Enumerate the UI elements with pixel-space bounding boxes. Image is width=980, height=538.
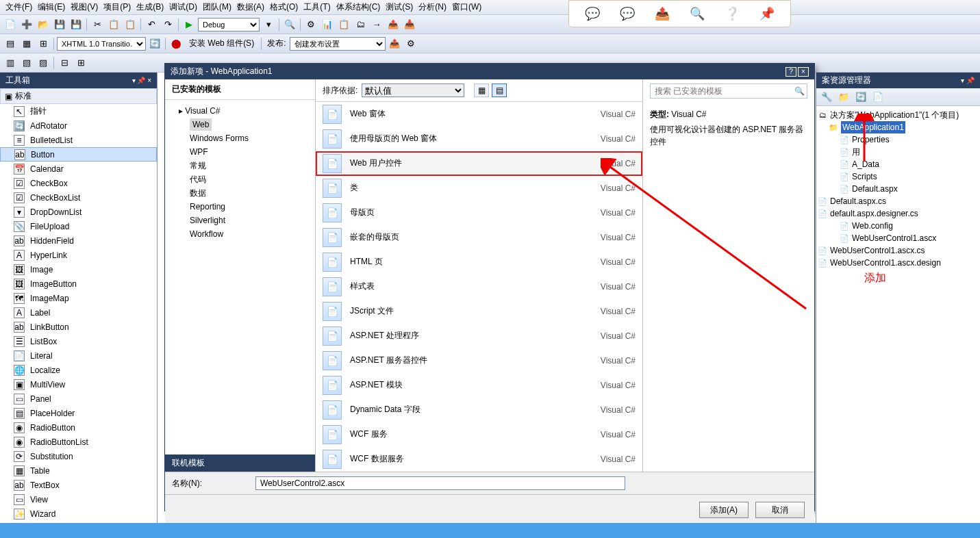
refresh-icon[interactable]: 🔄: [853, 90, 868, 105]
search-icon[interactable]: 🔍: [792, 84, 807, 98]
export-icon[interactable]: 📤: [653, 5, 671, 23]
menu-item[interactable]: 分析(N): [416, 0, 449, 14]
layout-icon[interactable]: ▨: [36, 55, 51, 71]
tree-node[interactable]: 📄Properties: [818, 133, 979, 146]
toolbox-item[interactable]: 🗺ImageMap: [0, 291, 157, 305]
properties-icon[interactable]: 🔧: [819, 90, 834, 105]
tree-node[interactable]: WPF: [171, 145, 310, 159]
tree-node[interactable]: 📄Scripts: [818, 170, 979, 183]
save-icon[interactable]: 💾: [52, 17, 67, 32]
new-project-icon[interactable]: 📄: [3, 17, 18, 32]
tree-node[interactable]: 📄WebUserControl1.ascx.cs: [818, 244, 979, 257]
tree-node[interactable]: 📄WebUserControl1.ascx: [818, 232, 979, 244]
tree-node[interactable]: ▸ Visual C#: [171, 104, 310, 118]
element-icon[interactable]: ▤: [3, 36, 18, 51]
template-item[interactable]: 📄嵌套的母版页Visual C#: [316, 225, 642, 250]
toolbox-group-header[interactable]: ▣ 标准: [0, 88, 157, 104]
show-all-icon[interactable]: 📁: [836, 90, 851, 105]
misc-icon[interactable]: 📋: [336, 17, 351, 32]
tree-node[interactable]: Workflow: [171, 227, 310, 241]
add-item-icon[interactable]: ➕: [19, 17, 34, 32]
help-button[interactable]: ?: [786, 67, 796, 77]
menu-item[interactable]: 团队(M): [200, 0, 234, 14]
start-debug-icon[interactable]: ▶: [181, 17, 197, 32]
toolbox-item[interactable]: ▾DropDownList: [0, 205, 157, 219]
misc-icon[interactable]: →: [369, 17, 384, 32]
bubble-yellow-icon[interactable]: 💬: [583, 5, 601, 23]
tree-node[interactable]: 📄Default.aspx: [818, 183, 979, 195]
project-node[interactable]: 📁WebApplication1: [818, 121, 979, 133]
close-button[interactable]: ×: [798, 67, 809, 77]
toolbox-item[interactable]: ☑CheckBoxList: [0, 190, 157, 205]
tree-node[interactable]: 📄default.aspx.designer.cs: [818, 207, 979, 220]
misc-icon[interactable]: 📤: [386, 17, 401, 32]
solution-root[interactable]: 🗂决方案"WebApplication1"(1 个项目): [818, 109, 979, 121]
tree-node[interactable]: 📄Web.config: [818, 220, 979, 232]
toolbox-item[interactable]: ▣MultiView: [0, 377, 157, 392]
menu-item[interactable]: 项目(P): [101, 0, 134, 14]
undo-icon[interactable]: ↶: [144, 17, 159, 32]
publish-settings-icon[interactable]: ⚙: [403, 36, 418, 51]
menu-item[interactable]: 编辑(E): [35, 0, 68, 14]
tree-node[interactable]: 常规: [171, 159, 310, 172]
dropdown-icon[interactable]: ▾: [261, 17, 276, 32]
menu-item[interactable]: 测试(S): [383, 0, 416, 14]
layout-icon[interactable]: ▧: [19, 55, 34, 71]
template-item[interactable]: 📄样式表Visual C#: [316, 274, 642, 299]
tree-node[interactable]: Reporting: [171, 200, 310, 214]
open-icon[interactable]: 📂: [36, 17, 51, 32]
template-item[interactable]: 📄ASP.NET 处理程序Visual C#: [316, 324, 642, 348]
toolbox-item[interactable]: 📎FileUpload: [0, 219, 157, 233]
layout-icon[interactable]: ⊞: [73, 55, 88, 71]
refresh-icon[interactable]: 🔄: [147, 36, 162, 51]
pin-icon[interactable]: ▾ 📌: [961, 77, 975, 84]
template-item[interactable]: 📄类Visual C#: [316, 176, 642, 201]
view-small-icon[interactable]: ▦: [474, 84, 489, 97]
redo-icon[interactable]: ↷: [160, 17, 175, 32]
tree-node[interactable]: 数据: [171, 186, 310, 200]
online-templates-section[interactable]: 联机模板: [165, 454, 315, 472]
menu-item[interactable]: 文件(F): [3, 0, 35, 14]
menu-item[interactable]: 数据(A): [234, 0, 267, 14]
element-icon[interactable]: ▦: [19, 36, 34, 51]
template-item[interactable]: 📄Dynamic Data 字段Visual C#: [316, 398, 642, 422]
toolbox-item[interactable]: abHiddenField: [0, 233, 157, 248]
tree-node[interactable]: Windows Forms: [171, 131, 310, 145]
template-item[interactable]: 📄JScript 文件Visual C#: [316, 299, 642, 324]
toolbox-item[interactable]: 🌐Localize: [0, 363, 157, 377]
toolbox-item[interactable]: ▤PlaceHolder: [0, 406, 157, 420]
template-item[interactable]: 📄Web 用户控件Visual C#: [316, 151, 642, 176]
template-item[interactable]: 📄ASP.NET 服务器控件Visual C#: [316, 348, 642, 373]
toolbox-item[interactable]: ☑CheckBox: [0, 176, 157, 190]
tree-node[interactable]: Silverlight: [171, 214, 310, 227]
zoom-icon[interactable]: 🔍: [688, 5, 706, 23]
toolbox-item[interactable]: ☰ListBox: [0, 334, 157, 348]
doctype-combo[interactable]: XHTML 1.0 Transitio…: [57, 37, 146, 51]
misc-icon[interactable]: 📊: [320, 17, 335, 32]
tree-node[interactable]: 📄A_Data: [818, 158, 979, 170]
stop-icon[interactable]: ⬤: [168, 36, 184, 51]
help-icon[interactable]: ❔: [723, 5, 741, 23]
toolbox-item[interactable]: ALabel: [0, 305, 157, 320]
toolbox-item[interactable]: ▭Panel: [0, 392, 157, 406]
tree-node[interactable]: Web: [171, 118, 310, 131]
install-web-label[interactable]: 安装 Web 组件(S): [185, 38, 258, 49]
tree-node[interactable]: 📄Default.aspx.cs: [818, 195, 979, 207]
view-code-icon[interactable]: 📄: [870, 90, 885, 105]
toolbox-item[interactable]: abButton: [0, 147, 157, 162]
template-item[interactable]: 📄WCF 数据服务Visual C#: [316, 447, 642, 472]
name-input[interactable]: [255, 476, 625, 490]
find-icon[interactable]: 🔍: [282, 17, 297, 32]
tree-node[interactable]: 📄用: [818, 146, 979, 158]
toolbox-item[interactable]: ⟳Substitution: [0, 449, 157, 463]
toolbox-item[interactable]: ↖指针: [0, 104, 157, 118]
toolbox-item[interactable]: ≡BulletedList: [0, 133, 157, 147]
pin-icon[interactable]: 📌: [758, 5, 776, 23]
cancel-button[interactable]: 取消: [755, 502, 805, 518]
cut-icon[interactable]: ✂: [90, 17, 105, 32]
template-item[interactable]: 📄母版页Visual C#: [316, 201, 642, 225]
toolbox-item[interactable]: AHyperLink: [0, 248, 157, 262]
tree-node[interactable]: 代码: [171, 172, 310, 186]
toolbox-item[interactable]: ✨Wizard: [0, 507, 157, 521]
template-item[interactable]: 📄Web 窗体Visual C#: [316, 102, 642, 127]
